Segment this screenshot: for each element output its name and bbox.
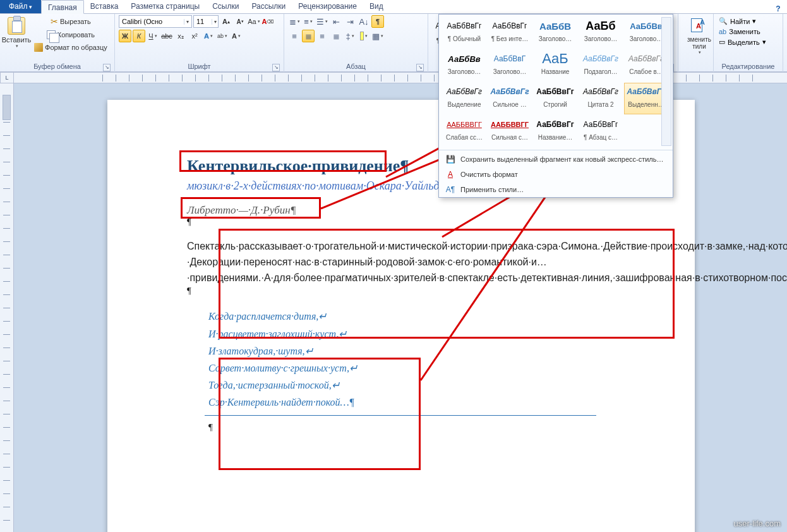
style-tile[interactable]: АаБбВвГгСтрогий bbox=[533, 83, 577, 114]
sort-button[interactable]: A↓ bbox=[357, 15, 370, 28]
chevron-down-icon[interactable]: ▾ bbox=[184, 19, 191, 25]
doc-quote[interactable]: Когда·расплачется·дитя,↵ И·расцветет·заг… bbox=[208, 308, 622, 415]
superscript-button[interactable]: x² bbox=[188, 30, 201, 42]
doc-author[interactable]: Либретто·—·Д.·Рубин¶ bbox=[187, 204, 296, 217]
paste-label: Вставить bbox=[2, 36, 32, 44]
indent-inc-button[interactable]: ⇥ bbox=[344, 15, 356, 28]
indent-dec-button[interactable]: ⇤ bbox=[330, 15, 342, 28]
show-hide-button[interactable]: ¶ bbox=[371, 15, 384, 28]
subscript-button[interactable]: x₂ bbox=[174, 30, 187, 42]
doc-body[interactable]: Спектакль·рассказывает·о·трогательной·и·… bbox=[187, 239, 622, 286]
quote-line[interactable]: Сорвет·молитву·с·грешных·уст,↵ bbox=[208, 360, 622, 377]
tab-mailings[interactable]: Рассылки bbox=[245, 0, 292, 13]
change-case-button[interactable]: Aa▾ bbox=[248, 15, 260, 28]
style-tile[interactable]: АаБбВвГгЦитата 2 bbox=[579, 83, 623, 114]
style-tile[interactable]: АаБбВвГгВыделение bbox=[442, 83, 486, 114]
group-font: ▾ ▾ A▴ A▾ Aa▾ A⌫ Ж К Ч▾ abc x₂ x² A▾ ab▾… bbox=[115, 14, 284, 72]
text-effects-button[interactable]: A▾ bbox=[202, 30, 215, 42]
style-tile[interactable]: ААББВВГГСильная с… bbox=[488, 116, 532, 147]
bold-button[interactable]: Ж bbox=[119, 30, 131, 42]
group-clipboard: Вставить ▾ ✂ Вырезать Копировать Формат … bbox=[0, 14, 115, 72]
change-styles-button[interactable]: A A зменить тили ▾ bbox=[682, 15, 716, 57]
ruler-vertical[interactable] bbox=[0, 83, 14, 532]
style-tile[interactable]: АаБбВЗаголово… bbox=[533, 17, 577, 49]
justify-button[interactable]: ≣ bbox=[330, 30, 342, 42]
style-tile[interactable]: АаБбВвГгНазвание… bbox=[533, 116, 577, 147]
font-size-combo[interactable]: ▾ bbox=[193, 15, 219, 28]
quote-line[interactable]: И·расцветет·заглохший·куст,↵ bbox=[208, 325, 622, 342]
style-tile[interactable]: АаБбВвГЗаголово… bbox=[488, 50, 532, 82]
find-button[interactable]: 🔍Найти▾ bbox=[718, 16, 779, 26]
save-style-icon: 💾 bbox=[445, 154, 455, 164]
style-tile[interactable]: АаБбВвЗаголово… bbox=[442, 50, 486, 82]
highlight-button[interactable]: ab▾ bbox=[216, 30, 229, 42]
tab-pagelayout[interactable]: Разметка страницы bbox=[124, 0, 206, 13]
tab-references[interactable]: Ссылки bbox=[206, 0, 245, 13]
font-size-input[interactable] bbox=[194, 18, 212, 25]
style-tile[interactable]: АаБбВвГгПодзагол… bbox=[579, 50, 623, 82]
format-painter-button[interactable]: Формат по образцу bbox=[32, 42, 110, 53]
copy-button[interactable]: Копировать bbox=[32, 29, 110, 40]
clipboard-launcher[interactable]: ↘ bbox=[103, 64, 111, 71]
tab-selector[interactable]: L bbox=[0, 72, 14, 83]
group-clipboard-label: Буфер обмена bbox=[33, 63, 81, 70]
shrink-font-button[interactable]: A▾ bbox=[234, 15, 246, 28]
replace-icon: ab bbox=[719, 28, 726, 35]
tab-view[interactable]: Вид bbox=[363, 0, 390, 13]
paragraph-launcher[interactable]: ↘ bbox=[416, 64, 424, 71]
font-launcher[interactable]: ↘ bbox=[272, 64, 280, 71]
quote-line[interactable]: Тогда,·истерзанный·тоской,↵ bbox=[208, 377, 622, 394]
font-color-button[interactable]: A▾ bbox=[230, 30, 243, 42]
line-spacing-button[interactable]: ‡▾ bbox=[344, 30, 356, 42]
group-editing-label: Редактирование bbox=[722, 63, 775, 70]
select-button[interactable]: ▭Выделить▾ bbox=[718, 37, 779, 47]
cut-button[interactable]: ✂ Вырезать bbox=[32, 15, 110, 28]
paste-button[interactable]: Вставить ▾ bbox=[4, 15, 29, 57]
align-left-button[interactable]: ≡ bbox=[288, 30, 301, 42]
grow-font-button[interactable]: A▴ bbox=[220, 15, 232, 28]
clear-formatting[interactable]: AОчистить формат bbox=[439, 167, 673, 182]
align-right-button[interactable]: ≡ bbox=[316, 30, 328, 42]
watermark: user-life.com bbox=[734, 519, 781, 528]
strike-button[interactable]: abc bbox=[160, 30, 173, 42]
underline-button[interactable]: Ч▾ bbox=[147, 30, 159, 42]
italic-button[interactable]: К bbox=[133, 30, 145, 42]
multilevel-button[interactable]: ☰▾ bbox=[316, 15, 328, 28]
tab-home[interactable]: Главная bbox=[41, 0, 84, 14]
group-change-styles: A A зменить тили ▾ bbox=[678, 14, 714, 72]
clear-format-icon: A bbox=[445, 169, 455, 179]
tab-file[interactable]: Файл bbox=[0, 0, 41, 13]
save-as-quickstyle[interactable]: 💾Сохранить выделенный фрагмент как новый… bbox=[439, 152, 673, 167]
tab-insert[interactable]: Вставка bbox=[84, 0, 125, 13]
style-tile[interactable]: АаБбВвГг¶ Обычный bbox=[442, 17, 486, 49]
tab-review[interactable]: Рецензирование bbox=[292, 0, 363, 13]
select-icon: ▭ bbox=[719, 38, 725, 46]
borders-button[interactable]: ▦▾ bbox=[371, 30, 384, 42]
numbering-button[interactable]: ≡▾ bbox=[302, 15, 315, 28]
clear-format-button[interactable]: A⌫ bbox=[261, 15, 274, 28]
font-name-combo[interactable]: ▾ bbox=[119, 15, 192, 28]
gallery-scrollbar[interactable] bbox=[661, 17, 671, 146]
apply-styles-icon: A¶ bbox=[445, 184, 455, 195]
apply-styles[interactable]: A¶Применить стили… bbox=[439, 182, 673, 197]
quote-rule bbox=[205, 415, 596, 416]
replace-button[interactable]: abЗаменить bbox=[718, 27, 779, 36]
style-tile[interactable]: АаБбВвГг¶ Абзац с… bbox=[579, 116, 623, 147]
quote-line[interactable]: Когда·расплачется·дитя,↵ bbox=[208, 308, 622, 325]
shading-button[interactable]: ▾ bbox=[357, 30, 370, 42]
style-tile[interactable]: АаБбВвГг¶ Без инте… bbox=[488, 17, 532, 49]
quote-line[interactable]: Сэр·Кентервиль·найдет·покой…¶ bbox=[208, 394, 622, 411]
bullets-button[interactable]: ≣▾ bbox=[288, 15, 301, 28]
quote-line[interactable]: И·златокудрая,·шутя,↵ bbox=[208, 342, 622, 360]
chevron-down-icon[interactable]: ▾ bbox=[212, 19, 218, 25]
style-tile[interactable]: АаБНазвание bbox=[533, 50, 577, 82]
style-tile[interactable]: АаБбЗаголово… bbox=[579, 17, 623, 49]
align-center-button[interactable]: ≣ bbox=[302, 30, 315, 42]
style-tile[interactable]: АаБбВвГгСильное … bbox=[488, 83, 532, 114]
style-tile[interactable]: ААББВВГГСлабая сс… bbox=[442, 116, 486, 147]
font-name-input[interactable] bbox=[119, 18, 184, 25]
scissors-icon: ✂ bbox=[51, 16, 58, 27]
help-icon[interactable]: ? bbox=[773, 4, 783, 13]
group-paragraph-label: Абзац bbox=[346, 63, 366, 70]
copy-icon bbox=[47, 30, 56, 39]
